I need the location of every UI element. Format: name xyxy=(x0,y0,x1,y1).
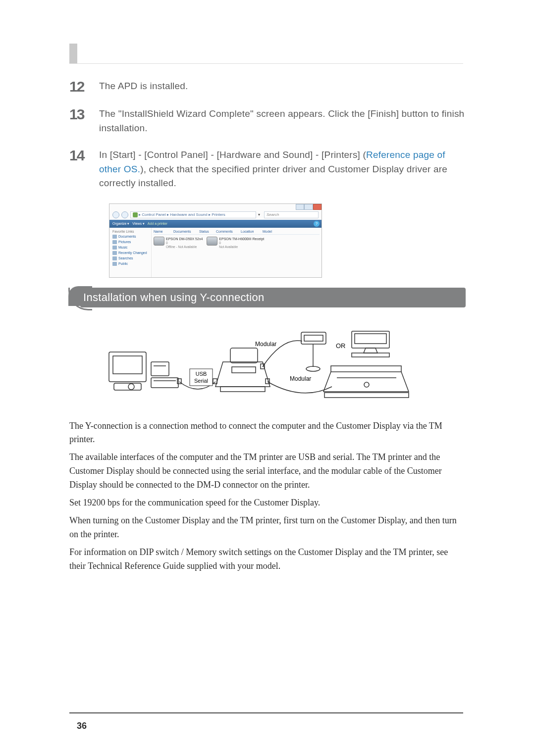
printer-row: EPSON DM-D50X 52x4 0 Offline - Not Avail… xyxy=(154,237,320,250)
svg-rect-20 xyxy=(352,353,389,357)
step-number: 12 xyxy=(69,79,99,94)
top-rule xyxy=(69,63,463,64)
printer-item: EPSON DM-D50X 52x4 0 Offline - Not Avail… xyxy=(154,237,203,250)
svg-rect-12 xyxy=(232,367,256,373)
paragraph: Set 19200 bps for the communication spee… xyxy=(69,496,466,510)
diagram-svg: USB Serial Modular OR xyxy=(104,317,431,406)
printer-name: EPSON TM-H6000III Receipt xyxy=(219,237,264,241)
list-area: Name Documents Status Comments Location … xyxy=(152,228,321,277)
chapter-tab xyxy=(69,44,77,63)
computer-icon xyxy=(109,352,178,390)
col-model: Model xyxy=(263,230,282,233)
sidebar-header: Favorite Links xyxy=(112,230,148,233)
maximize-icon xyxy=(304,204,313,210)
svg-point-22 xyxy=(364,382,369,387)
step-text: In [Start] - [Control Panel] - [Hardware… xyxy=(99,148,466,191)
sidebar: Favorite Links Documents Pictures Music … xyxy=(109,228,152,277)
back-icon xyxy=(112,211,119,218)
printer-icon xyxy=(215,348,270,392)
step-12: 12 The APD is installed. xyxy=(69,79,466,94)
breadcrumb-row: ▸ Control Panel ▸ Hardware and Sound ▸ P… xyxy=(112,211,319,219)
serial-label: Serial xyxy=(194,378,208,384)
section-title: Installation when using Y-connection xyxy=(83,288,265,307)
svg-rect-0 xyxy=(109,352,146,382)
col-location: Location xyxy=(241,230,263,233)
explorer-window: ▸ Control Panel ▸ Hardware and Sound ▸ P… xyxy=(109,203,322,278)
printer-item: EPSON TM-H6000III Receipt 0 Not Availabl… xyxy=(207,237,264,250)
svg-point-6 xyxy=(128,384,134,390)
sidebar-item: Documents xyxy=(112,235,148,239)
sidebar-item: Pictures xyxy=(112,240,148,244)
cash-drawer-icon xyxy=(323,366,409,398)
explorer-body: Favorite Links Documents Pictures Music … xyxy=(109,228,321,277)
desktop-display-icon xyxy=(352,331,389,357)
step-number: 14 xyxy=(69,148,99,191)
y-connection-diagram: USB Serial Modular OR xyxy=(104,317,466,408)
col-comments: Comments xyxy=(216,230,241,233)
sidebar-item: Music xyxy=(112,246,148,250)
printer-icon xyxy=(207,237,217,246)
explorer-toolbar: Organize ▾ Views ▾ Add a printer xyxy=(109,220,321,228)
modular-label-1: Modular xyxy=(255,341,276,348)
breadcrumb: ▸ Control Panel ▸ Hardware and Sound ▸ P… xyxy=(130,211,256,218)
printer-status: Not Available xyxy=(219,245,264,249)
svg-rect-1 xyxy=(113,356,142,374)
svg-rect-2 xyxy=(151,378,178,388)
paragraph: When turning on the Customer Display and… xyxy=(69,514,466,542)
column-headers: Name Documents Status Comments Location … xyxy=(154,230,320,235)
paragraph: The Y-connection is a connection method … xyxy=(69,419,466,447)
printers-screenshot: ▸ Control Panel ▸ Hardware and Sound ▸ P… xyxy=(109,203,466,278)
toolbar-add-printer: Add a printer xyxy=(148,222,167,225)
svg-rect-4 xyxy=(151,362,169,376)
col-documents: Documents xyxy=(173,230,199,233)
step-13: 13 The "InstallShield Wizard Complete" s… xyxy=(69,107,466,135)
printer-icon xyxy=(154,237,164,246)
svg-rect-14 xyxy=(301,332,326,344)
step-14: 14 In [Start] - [Control Panel] - [Hardw… xyxy=(69,148,466,191)
folder-icon xyxy=(112,235,117,239)
folder-icon xyxy=(112,262,117,266)
window-controls xyxy=(296,204,321,210)
folder-icon xyxy=(112,240,117,244)
toolbar-organize: Organize ▾ xyxy=(112,222,129,226)
printer-docs: 0 xyxy=(219,241,264,245)
or-label: OR xyxy=(336,342,346,350)
sidebar-item: Recently Changed xyxy=(112,251,148,255)
paragraph: The available interfaces of the computer… xyxy=(69,451,466,492)
usb-label: USB xyxy=(196,371,207,377)
sidebar-item: Public xyxy=(112,262,148,266)
folder-icon xyxy=(112,256,117,260)
page-number: 36 xyxy=(77,721,87,731)
sidebar-item: Searches xyxy=(112,256,148,260)
content-area: 12 The APD is installed. 13 The "Install… xyxy=(69,79,466,577)
help-icon: ? xyxy=(314,221,320,227)
step-text: The "InstallShield Wizard Complete" scre… xyxy=(99,107,466,135)
svg-rect-11 xyxy=(230,348,258,363)
col-status: Status xyxy=(199,230,216,233)
step-text-after: ), check that the specified printer driv… xyxy=(99,164,447,189)
modular-label-2: Modular xyxy=(290,375,311,382)
printer-status: Offline - Not Available xyxy=(166,245,203,249)
step-number: 13 xyxy=(69,107,99,135)
section-header: Installation when using Y-connection xyxy=(68,288,466,308)
search-input: Search xyxy=(264,211,319,218)
folder-icon xyxy=(112,251,117,255)
svg-rect-15 xyxy=(304,335,323,341)
toolbar-views: Views ▾ xyxy=(132,222,145,226)
step-text: The APD is installed. xyxy=(99,79,466,94)
folder-icon xyxy=(112,246,117,250)
printer-name: EPSON DM-D50X 52x4 xyxy=(166,237,203,241)
folder-icon xyxy=(133,212,138,217)
paragraph: For information on DIP switch / Memory s… xyxy=(69,546,466,573)
customer-display-icon xyxy=(301,332,326,371)
printer-docs: 0 xyxy=(166,241,203,245)
close-icon xyxy=(313,204,321,210)
svg-rect-7 xyxy=(114,383,141,390)
step-text-before: In [Start] - [Control Panel] - [Hardware… xyxy=(99,150,366,160)
footer-rule xyxy=(69,712,463,713)
svg-point-17 xyxy=(306,366,320,371)
breadcrumb-text: ▸ Control Panel ▸ Hardware and Sound ▸ P… xyxy=(139,212,225,218)
minimize-icon xyxy=(296,204,304,210)
col-name: Name xyxy=(154,230,173,233)
svg-rect-19 xyxy=(355,334,386,344)
